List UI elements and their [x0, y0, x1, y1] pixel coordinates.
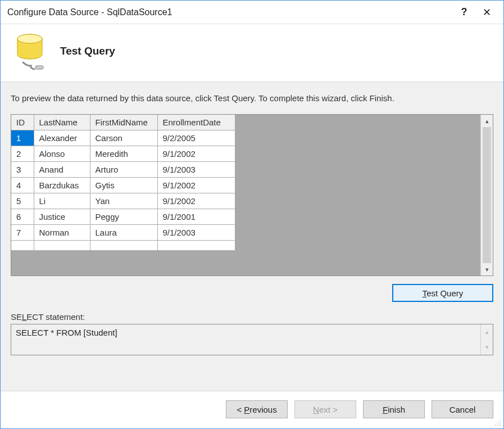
table-cell[interactable]: Gytis: [90, 178, 157, 193]
table-cell[interactable]: Yan: [90, 193, 157, 209]
titlebar: Configure Data Source - SqlDataSource1 ?…: [1, 1, 503, 24]
select-statement-scrollbar[interactable]: ▴ ▾: [480, 324, 493, 355]
table-cell[interactable]: 9/2/2005: [157, 130, 235, 146]
table-cell[interactable]: 4: [11, 178, 34, 193]
table-cell[interactable]: 3: [11, 162, 34, 178]
table-row[interactable]: 5LiYan9/1/2002: [11, 193, 235, 209]
svg-point-5: [500, 422, 501, 423]
results-grid[interactable]: IDLastNameFirstMidNameEnrollmentDate1Ale…: [11, 114, 493, 276]
scroll-up-icon[interactable]: ▴: [481, 115, 493, 127]
table-cell[interactable]: Arturo: [90, 162, 157, 178]
table-cell[interactable]: Carson: [90, 130, 157, 146]
svg-point-6: [495, 425, 496, 426]
table-cell[interactable]: Li: [34, 193, 90, 209]
table-cell[interactable]: Laura: [90, 225, 157, 241]
table-cell[interactable]: Alonso: [34, 146, 90, 162]
column-header[interactable]: ID: [11, 115, 34, 130]
table-row[interactable]: [11, 241, 235, 251]
table-row[interactable]: 1AlexanderCarson9/2/2005: [11, 130, 235, 146]
table-cell: [34, 241, 90, 251]
table-cell[interactable]: 9/1/2001: [157, 209, 235, 225]
table-cell[interactable]: 2: [11, 146, 34, 162]
svg-point-1: [17, 34, 42, 43]
table-cell[interactable]: 9/1/2002: [157, 178, 235, 193]
page-title: Test Query: [60, 45, 115, 57]
table-row[interactable]: 6JusticePeggy9/1/2001: [11, 209, 235, 225]
table-cell[interactable]: Alexander: [34, 130, 90, 146]
instruction-text: To preview the data returned by this dat…: [11, 93, 493, 103]
table-cell[interactable]: 9/1/2002: [157, 146, 235, 162]
table-cell[interactable]: 7: [11, 225, 34, 241]
main-pane: To preview the data returned by this dat…: [1, 82, 503, 391]
svg-point-4: [497, 422, 498, 423]
svg-point-8: [500, 425, 501, 426]
table-cell[interactable]: Peggy: [90, 209, 157, 225]
scroll-down-icon[interactable]: ▾: [481, 340, 493, 355]
cancel-button[interactable]: Cancel: [432, 400, 493, 418]
table-cell[interactable]: 6: [11, 209, 34, 225]
scroll-up-icon[interactable]: ▴: [481, 324, 493, 340]
table-cell: [11, 241, 34, 251]
svg-rect-2: [35, 66, 43, 69]
select-statement-label: SELECT statement:: [11, 312, 493, 322]
finish-button[interactable]: Finish: [363, 400, 425, 418]
resize-grip-icon[interactable]: [493, 418, 501, 426]
next-button: Next >: [294, 400, 356, 418]
column-header[interactable]: EnrollmentDate: [157, 115, 235, 130]
table-cell[interactable]: Meredith: [90, 146, 157, 162]
svg-point-7: [497, 425, 498, 426]
footer-button-row: < Previous Next > Finish Cancel: [1, 391, 503, 428]
table-cell[interactable]: 9/1/2003: [157, 162, 235, 178]
table-row[interactable]: 4BarzdukasGytis9/1/2002: [11, 178, 235, 193]
vertical-scrollbar[interactable]: ▴ ▾: [480, 115, 493, 276]
select-statement-box[interactable]: SELECT * FROM [Student] ▴ ▾: [11, 324, 493, 355]
table-cell[interactable]: Anand: [34, 162, 90, 178]
scroll-thumb[interactable]: [483, 127, 491, 263]
help-icon[interactable]: ?: [453, 6, 475, 18]
test-query-row: Test Query: [11, 284, 493, 302]
table-cell: [157, 241, 235, 251]
column-header[interactable]: LastName: [34, 115, 90, 130]
close-icon[interactable]: ✕: [475, 6, 498, 19]
database-icon: [11, 31, 51, 71]
column-header[interactable]: FirstMidName: [90, 115, 157, 130]
column-header-row[interactable]: IDLastNameFirstMidNameEnrollmentDate: [11, 115, 235, 130]
dialog-window: Configure Data Source - SqlDataSource1 ?…: [0, 0, 504, 429]
test-query-button[interactable]: Test Query: [392, 284, 493, 302]
svg-point-3: [500, 420, 501, 421]
window-title: Configure Data Source - SqlDataSource1: [7, 7, 453, 17]
table-cell[interactable]: Norman: [34, 225, 90, 241]
results-table[interactable]: IDLastNameFirstMidNameEnrollmentDate1Ale…: [11, 115, 235, 251]
table-cell[interactable]: 9/1/2002: [157, 193, 235, 209]
table-row[interactable]: 7NormanLaura9/1/2003: [11, 225, 235, 241]
table-row[interactable]: 3AnandArturo9/1/2003: [11, 162, 235, 178]
table-cell: [90, 241, 157, 251]
header: Test Query: [1, 24, 503, 82]
select-statement-text[interactable]: SELECT * FROM [Student]: [11, 324, 480, 355]
scroll-down-icon[interactable]: ▾: [481, 263, 493, 276]
table-cell[interactable]: 5: [11, 193, 34, 209]
table-cell[interactable]: Justice: [34, 209, 90, 225]
previous-button[interactable]: < Previous: [226, 400, 288, 418]
results-grid-viewport[interactable]: IDLastNameFirstMidNameEnrollmentDate1Ale…: [11, 115, 480, 276]
table-cell[interactable]: Barzdukas: [34, 178, 90, 193]
table-cell[interactable]: 1: [11, 130, 34, 146]
table-cell[interactable]: 9/1/2003: [157, 225, 235, 241]
table-row[interactable]: 2AlonsoMeredith9/1/2002: [11, 146, 235, 162]
